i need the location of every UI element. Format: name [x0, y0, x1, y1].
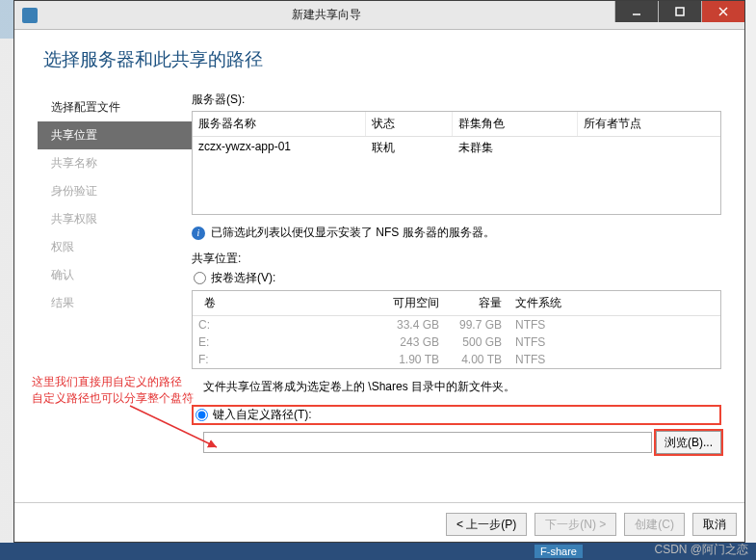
browse-button[interactable]: 浏览(B)... — [656, 431, 721, 454]
sidebar-item-perm: 权限 — [38, 233, 192, 261]
titlebar: 新建共享向导 — [14, 1, 744, 30]
col-volume[interactable]: 卷 — [193, 291, 378, 315]
window-title: 新建共享向导 — [38, 7, 614, 23]
app-icon — [22, 8, 38, 23]
col-capacity[interactable]: 容量 — [445, 291, 508, 315]
volume-row: E: 243 GB 500 GB NTFS — [193, 333, 720, 351]
cell-server-name: zczx-ywzx-app-01 — [193, 137, 366, 159]
col-owner-node[interactable]: 所有者节点 — [578, 112, 720, 136]
maximize-button[interactable] — [658, 1, 701, 22]
col-free[interactable]: 可用空间 — [378, 291, 445, 315]
col-cluster-role[interactable]: 群集角色 — [453, 112, 578, 136]
col-server-name[interactable]: 服务器名称 — [193, 112, 366, 136]
sidebar-item-location[interactable]: 共享位置 — [38, 121, 192, 149]
share-location-label: 共享位置: — [192, 251, 721, 267]
page-title: 选择服务器和此共享的路径 — [38, 47, 721, 72]
sidebar-item-share-perm: 共享权限 — [38, 205, 192, 233]
col-status[interactable]: 状态 — [366, 112, 453, 136]
radio-by-volume[interactable]: 按卷选择(V): — [192, 270, 721, 286]
custom-path-input[interactable] — [203, 432, 652, 453]
annotation-arrow-icon — [125, 401, 231, 459]
footer: < 上一步(P) 下一步(N) > 创建(C) 取消 — [14, 502, 744, 542]
cell-status: 联机 — [366, 137, 453, 159]
volume-note: 文件共享位置将成为选定卷上的 \Shares 目录中的新文件夹。 — [192, 379, 721, 395]
minimize-button[interactable] — [614, 1, 658, 22]
sidebar-item-result: 结果 — [38, 289, 192, 317]
info-text: 已筛选此列表以便仅显示安装了 NFS 服务器的服务器。 — [211, 225, 495, 241]
radio-custom-path[interactable]: 键入自定义路径(T): — [192, 405, 721, 425]
sidebar-item-confirm: 确认 — [38, 261, 192, 289]
create-button: 创建(C) — [624, 513, 685, 536]
volume-row: F: 1.90 TB 4.00 TB NTFS — [193, 351, 720, 368]
cell-owner — [578, 137, 720, 159]
server-label: 服务器(S): — [192, 92, 721, 108]
sidebar-item-name: 共享名称 — [38, 149, 192, 177]
svg-line-4 — [130, 406, 217, 447]
prev-button[interactable]: < 上一步(P) — [446, 513, 527, 536]
cell-role: 未群集 — [453, 137, 578, 159]
info-icon: i — [192, 227, 205, 240]
watermark: CSDN @阿门之恋 — [654, 542, 748, 558]
close-button[interactable] — [701, 1, 744, 22]
col-fs[interactable]: 文件系统 — [508, 291, 585, 315]
sidebar-item-auth: 身份验证 — [38, 177, 192, 205]
taskbar-item: F-share — [534, 545, 583, 558]
server-row[interactable]: zczx-ywzx-app-01 联机 未群集 — [193, 137, 720, 159]
radio-by-volume-label: 按卷选择(V): — [211, 270, 275, 286]
radio-by-volume-input[interactable] — [194, 272, 206, 284]
volume-row: C: 33.4 GB 99.7 GB NTFS — [193, 316, 720, 333]
volume-table: 卷 可用空间 容量 文件系统 C: 33.4 GB 99.7 GB NTFS E… — [192, 290, 721, 369]
server-table: 服务器名称 状态 群集角色 所有者节点 zczx-ywzx-app-01 联机 … — [192, 111, 721, 215]
cancel-button[interactable]: 取消 — [692, 513, 737, 536]
wizard-window: 新建共享向导 选择服务器和此共享的路径 选择配置文件 共享位置 共享名称 身份验… — [13, 0, 745, 543]
next-button: 下一步(N) > — [534, 513, 616, 536]
svg-rect-1 — [676, 8, 684, 15]
sidebar-item-profile[interactable]: 选择配置文件 — [38, 93, 192, 121]
